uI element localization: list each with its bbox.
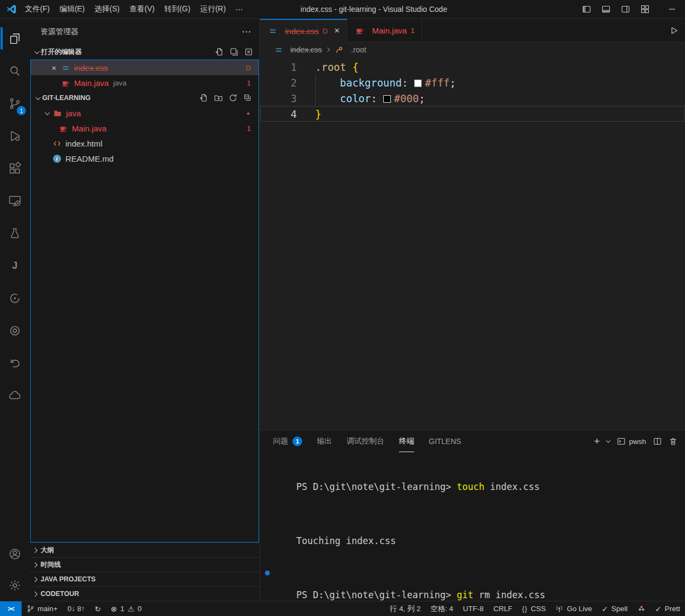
activity-bar-item-remote-explorer[interactable]	[0, 184, 30, 217]
panel-tab[interactable]: 终端	[399, 430, 414, 452]
html-file-icon	[51, 140, 62, 148]
toggle-panel-icon[interactable]	[602, 5, 610, 14]
breadcrumb-item[interactable]: index.css	[273, 45, 322, 54]
open-editor-item[interactable]: × index.css D	[31, 60, 258, 75]
search-icon	[8, 64, 22, 78]
indent-guide	[315, 75, 316, 106]
open-editors-header[interactable]: 打开的编辑器	[30, 44, 260, 59]
split-terminal-icon[interactable]	[653, 437, 662, 446]
editor-tab[interactable]: Main.java 1	[347, 19, 422, 42]
breadcrumb: index.css .root	[260, 42, 685, 57]
status-problems[interactable]: ⊗1⚠0	[106, 601, 147, 616]
panel-tab[interactable]: 问题 1	[273, 430, 302, 452]
code-editor[interactable]: 1 .root { 2 background: #fff; 3 color: #…	[260, 57, 685, 430]
activity-bar-item-settings[interactable]	[0, 569, 30, 601]
chevron-right-icon	[325, 48, 330, 52]
menu-item[interactable]: 转到(G)	[159, 0, 195, 18]
menu-item[interactable]: 选择(S)	[90, 0, 125, 18]
java-file-icon	[60, 79, 71, 87]
minimize-icon[interactable]	[668, 5, 676, 14]
modified-dot: ●	[247, 110, 250, 116]
activity-bar-item-testing[interactable]	[0, 217, 30, 249]
menu-item[interactable]: 查看(V)	[124, 0, 159, 18]
panel-tab[interactable]: 输出	[317, 430, 332, 452]
account-icon	[8, 547, 22, 561]
title-bar: 文件(F)编辑(E)选择(S)查看(V)转到(G)运行(R)⋯ index.cs…	[0, 0, 685, 19]
activity-bar-item-java[interactable]: J	[0, 249, 30, 282]
menu-more-button[interactable]: ⋯	[231, 0, 248, 18]
workspace-folder-header[interactable]: GIT-LEARNING	[31, 90, 258, 105]
run-file-button[interactable]	[669, 26, 679, 35]
refresh-icon[interactable]	[229, 94, 237, 102]
activity-bar-item-extensions[interactable]	[0, 152, 30, 184]
status-git-branch[interactable]: main+	[22, 601, 63, 616]
new-untitled-file-icon[interactable]	[215, 48, 224, 56]
views-more-actions-button[interactable]: ⋯	[242, 29, 251, 35]
collapse-folders-icon[interactable]	[243, 94, 252, 102]
new-terminal-icon[interactable]: +	[594, 438, 600, 445]
activity-bar-item-run-debug[interactable]	[0, 120, 30, 152]
color-swatch[interactable]	[414, 80, 422, 87]
activity-bar-item-gradle[interactable]	[0, 282, 30, 314]
color-swatch[interactable]	[383, 95, 391, 103]
explorer-empty-space[interactable]	[31, 166, 258, 542]
activity-bar-item-accounts[interactable]	[0, 538, 30, 569]
new-file-icon[interactable]	[199, 94, 208, 102]
sidebar-section-header[interactable]: 时间线	[30, 557, 260, 572]
customize-layout-icon[interactable]	[641, 5, 649, 14]
menu-item[interactable]: 文件(F)	[20, 0, 55, 18]
new-folder-icon[interactable]	[214, 94, 223, 102]
tree-item-file[interactable]: i README.md	[31, 151, 258, 166]
sidebar-section-header[interactable]: JAVA PROJECTS	[30, 572, 260, 586]
panel-actions: + pwsh	[594, 437, 677, 446]
tree-item-folder[interactable]: java ●	[31, 105, 258, 121]
activity-bar-item-docker[interactable]	[0, 379, 30, 412]
warning-icon: ⚠	[128, 605, 135, 613]
css-file-icon	[273, 46, 284, 54]
command-decoration-icon[interactable]	[265, 571, 270, 575]
editor-tab[interactable]: index.css D ×	[260, 19, 347, 42]
sidebar-section-header[interactable]: 大纲	[30, 542, 260, 557]
menu-item[interactable]: 编辑(E)	[55, 0, 90, 18]
java-file-icon	[354, 27, 365, 35]
close-icon[interactable]: ×	[334, 28, 340, 34]
menu-item[interactable]: 运行(R)	[195, 0, 230, 18]
sidebar-section-header[interactable]: CODETOUR	[30, 586, 260, 601]
git-branch-icon	[26, 605, 35, 613]
terminal-profile[interactable]: pwsh	[617, 437, 646, 446]
kill-terminal-icon[interactable]	[669, 437, 677, 446]
panel-tab-label: 输出	[317, 436, 332, 446]
status-sync-button[interactable]: ↻	[90, 601, 106, 616]
css-file-icon	[60, 64, 71, 72]
terminal[interactable]: PS D:\git\note\git-learning> touch index…	[260, 452, 685, 616]
save-all-icon[interactable]	[230, 48, 238, 56]
activity-bar-item-explorer[interactable]	[0, 22, 30, 55]
activity-bar-item-source-control[interactable]: 1	[0, 87, 30, 120]
file-decoration: D	[245, 64, 251, 72]
open-editor-item[interactable]: Main.java java 1	[31, 75, 258, 90]
breadcrumb-label: index.css	[290, 45, 322, 54]
breadcrumb-item[interactable]: .root	[334, 45, 366, 54]
activity-bar-item-target[interactable]	[0, 314, 30, 347]
svg-text:J: J	[12, 260, 18, 271]
tab-decoration: D	[323, 27, 328, 35]
activity-bar-item-codetour[interactable]	[0, 347, 30, 379]
tree-item-file[interactable]: Main.java 1	[31, 121, 258, 136]
tab-bar: index.css D × Main.java 1	[260, 19, 685, 42]
toggle-secondary-sidebar-icon[interactable]	[621, 5, 630, 14]
close-all-editors-icon[interactable]	[244, 48, 253, 56]
open-editors-actions	[215, 48, 253, 56]
close-icon[interactable]: ×	[48, 63, 60, 72]
activity-bar-item-search[interactable]	[0, 55, 30, 87]
chevron-right-icon	[32, 577, 38, 582]
status-sync-changes[interactable]: 0↓ 8↑	[63, 601, 90, 616]
panel-tab[interactable]: 调试控制台	[347, 430, 384, 452]
status-remote-indicator[interactable]: ><	[0, 601, 22, 616]
panel-tab[interactable]: GITLENS	[429, 430, 461, 452]
curved-arrow-icon	[8, 356, 22, 370]
terminal-profile-dropdown-icon[interactable]	[606, 438, 610, 442]
bottom-panel: 问题 1 输出 调试控制台 终端 GITLENS + pwsh	[260, 430, 685, 601]
tree-item-file[interactable]: index.html	[31, 136, 258, 151]
sidebar: 资源管理器 ⋯ 打开的编辑器 × index.css D Main.java j…	[30, 19, 260, 601]
toggle-primary-sidebar-icon[interactable]	[582, 5, 591, 14]
